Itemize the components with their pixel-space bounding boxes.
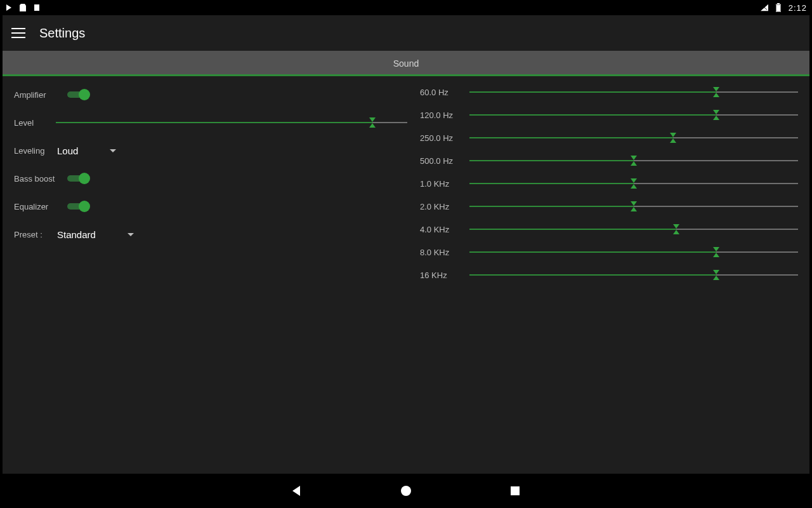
- preset-value: Standard: [57, 229, 96, 240]
- eq-band-label: 1.0 KHz: [420, 179, 458, 189]
- menu-icon[interactable]: [11, 28, 25, 38]
- eq-band-label: 120.0 Hz: [420, 110, 458, 120]
- eq-band-slider[interactable]: [469, 246, 798, 258]
- signal-icon: [761, 4, 768, 11]
- eq-band-row: 8.0 KHz: [420, 246, 798, 258]
- eq-band-label: 16 KHz: [420, 271, 458, 280]
- svg-marker-7: [292, 486, 300, 496]
- tab-label: Sound: [393, 58, 419, 69]
- app-window: Settings Sound Amplifier Level: [3, 15, 809, 474]
- sdcard-icon: [19, 4, 27, 11]
- eq-band-label: 2.0 KHz: [420, 202, 458, 211]
- status-bar: 2:12: [0, 0, 812, 15]
- eq-band-slider[interactable]: [469, 132, 798, 144]
- status-left: [5, 4, 41, 11]
- eq-band-label: 8.0 KHz: [420, 248, 458, 257]
- content: Amplifier Level Leveling Loud: [3, 76, 809, 474]
- leveling-dropdown[interactable]: Loud: [56, 143, 117, 159]
- tab-underline: [3, 74, 809, 76]
- app-bar: Settings: [3, 15, 809, 51]
- bassboost-label: Bass boost: [14, 174, 58, 184]
- chevron-down-icon: [128, 233, 134, 236]
- page-title: Settings: [39, 26, 85, 41]
- amplifier-label: Amplifier: [14, 90, 58, 100]
- left-column: Amplifier Level Leveling Loud: [14, 85, 407, 465]
- eq-band-row: 2.0 KHz: [420, 201, 798, 212]
- eq-band-slider[interactable]: [469, 155, 798, 166]
- nav-back-button[interactable]: [290, 484, 304, 498]
- svg-marker-0: [6, 4, 11, 11]
- preset-label: Preset :: [14, 230, 47, 239]
- eq-band-slider[interactable]: [469, 178, 798, 189]
- status-clock: 2:12: [789, 3, 807, 13]
- amplifier-row: Amplifier: [14, 85, 407, 104]
- battery-icon: [775, 4, 782, 11]
- eq-band-slider[interactable]: [469, 269, 798, 281]
- preset-row: Preset : Standard: [14, 225, 407, 244]
- leveling-value: Loud: [57, 145, 78, 156]
- svg-point-8: [401, 486, 411, 496]
- equalizer-bands: 60.0 Hz120.0 Hz250.0 Hz500.0 Hz1.0 KHz2.…: [420, 85, 798, 465]
- level-label: Level: [14, 118, 47, 128]
- leveling-label: Leveling: [14, 146, 47, 156]
- eq-band-label: 250.0 Hz: [420, 133, 458, 143]
- eq-band-row: 16 KHz: [420, 269, 798, 281]
- tab-sound[interactable]: Sound: [3, 51, 809, 76]
- eq-band-slider[interactable]: [469, 109, 798, 121]
- equalizer-row: Equalizer: [14, 197, 407, 216]
- eq-band-row: 1.0 KHz: [420, 178, 798, 189]
- eq-band-slider[interactable]: [469, 86, 798, 98]
- bassboost-toggle[interactable]: [67, 173, 89, 184]
- navbar: [0, 474, 812, 508]
- play-icon: [5, 4, 13, 11]
- eq-band-row: 60.0 Hz: [420, 86, 798, 98]
- level-slider[interactable]: [56, 117, 407, 128]
- eq-band-row: 250.0 Hz: [420, 132, 798, 144]
- svg-rect-6: [776, 5, 780, 11]
- leveling-row: Leveling Loud: [14, 141, 407, 160]
- level-row: Level: [14, 113, 407, 132]
- svg-rect-9: [511, 486, 520, 495]
- svg-rect-1: [34, 4, 39, 11]
- eq-band-row: 4.0 KHz: [420, 224, 798, 235]
- eq-band-label: 4.0 KHz: [420, 225, 458, 234]
- preset-dropdown[interactable]: Standard: [56, 227, 135, 243]
- bassboost-row: Bass boost: [14, 169, 407, 188]
- eq-band-label: 500.0 Hz: [420, 156, 458, 166]
- amplifier-toggle[interactable]: [67, 89, 89, 100]
- eq-band-slider[interactable]: [469, 201, 798, 212]
- equalizer-toggle[interactable]: [67, 201, 89, 212]
- equalizer-label: Equalizer: [14, 202, 58, 211]
- eq-band-row: 500.0 Hz: [420, 155, 798, 166]
- eq-band-row: 120.0 Hz: [420, 109, 798, 121]
- status-right: 2:12: [761, 3, 807, 13]
- chevron-down-icon: [110, 149, 116, 152]
- nav-recent-button[interactable]: [508, 484, 522, 498]
- music-note-icon: [33, 4, 41, 11]
- nav-home-button[interactable]: [399, 484, 413, 498]
- eq-band-label: 60.0 Hz: [420, 88, 458, 97]
- eq-band-slider[interactable]: [469, 224, 798, 235]
